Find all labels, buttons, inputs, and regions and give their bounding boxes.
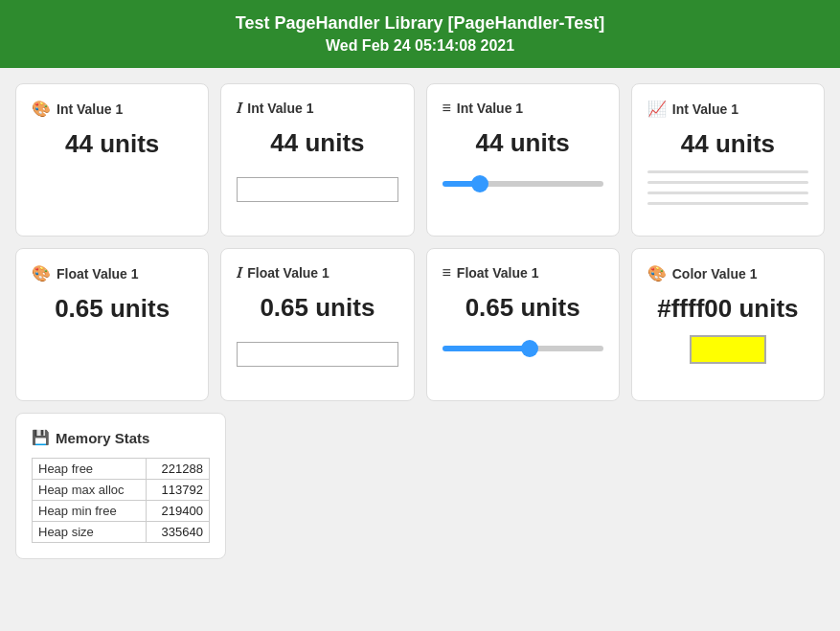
memory-title-text: Memory Stats: [56, 430, 149, 446]
card-header-1: 🎨 Int Value 1: [32, 100, 193, 118]
card-label-7: Float Value 1: [457, 265, 539, 281]
card-value-1: 44 units: [32, 129, 193, 159]
palette-icon-1: 🎨: [32, 100, 51, 118]
card-header-5: 🎨 Float Value 1: [32, 264, 193, 282]
row1-grid: 🎨 Int Value 1 44 units 𝐼 Int Value 1 44 …: [15, 83, 825, 237]
int-slider-container: [443, 169, 603, 194]
memory-label: Heap size: [33, 522, 147, 543]
chart-line-4: [647, 202, 808, 205]
memory-title: 💾 Memory Stats: [32, 429, 210, 446]
float-value-slider-card: ≡ Float Value 1 0.65 units: [426, 248, 620, 401]
int-value-input[interactable]: [237, 177, 397, 202]
header-subtitle: Wed Feb 24 05:14:08 2021: [10, 37, 830, 55]
color-swatch[interactable]: [690, 335, 766, 364]
float-value-input-card: 𝐼 Float Value 1 0.65 units: [220, 248, 414, 401]
color-value-card: 🎨 Color Value 1 #ffff00 units: [631, 248, 825, 401]
card-value-7: 0.65 units: [443, 293, 603, 323]
int-value-input-card: 𝐼 Int Value 1 44 units: [220, 83, 414, 237]
card-header-8: 🎨 Color Value 1: [647, 264, 808, 282]
card-header-6: 𝐼 Float Value 1: [237, 264, 397, 282]
card-value-8: #ffff00 units: [647, 294, 808, 324]
card-value-4: 44 units: [647, 129, 808, 159]
memory-value: 219400: [147, 501, 210, 522]
card-label-5: Float Value 1: [57, 266, 139, 282]
chart-lines: [647, 170, 808, 205]
memory-stats-card: 💾 Memory Stats Heap free221288Heap max a…: [15, 413, 226, 559]
header-title: Test PageHandler Library [PageHandler-Te…: [10, 13, 830, 34]
memory-value: 113792: [147, 480, 210, 501]
card-value-2: 44 units: [237, 128, 397, 158]
chart-line-2: [647, 181, 808, 184]
memory-label: Heap max alloc: [33, 480, 147, 501]
float-slider-container: [443, 334, 603, 359]
memory-table-row: Heap max alloc113792: [33, 480, 210, 501]
chart-line-1: [647, 170, 808, 173]
int-value-slider[interactable]: [443, 181, 603, 187]
chart-icon-1: 📈: [647, 100, 667, 118]
card-label-2: Int Value 1: [247, 101, 313, 116]
chart-line-3: [647, 192, 808, 194]
int-value-chart-card: 📈 Int Value 1 44 units: [631, 83, 825, 237]
card-value-5: 0.65 units: [32, 294, 193, 324]
card-label-6: Float Value 1: [247, 265, 329, 281]
card-label-8: Color Value 1: [672, 266, 758, 282]
memory-label: Heap free: [33, 459, 147, 480]
float-value-input[interactable]: [237, 342, 397, 367]
card-value-6: 0.65 units: [237, 293, 397, 323]
memory-table-row: Heap size335640: [33, 522, 210, 543]
card-header-7: ≡ Float Value 1: [443, 264, 603, 282]
memory-icon: 💾: [32, 429, 50, 446]
int-value-display-card: 🎨 Int Value 1 44 units: [15, 83, 209, 237]
float-value-slider[interactable]: [443, 346, 603, 351]
card-label-3: Int Value 1: [457, 101, 523, 116]
main-content: 🎨 Int Value 1 44 units 𝐼 Int Value 1 44 …: [0, 68, 840, 575]
memory-table: Heap free221288Heap max alloc113792Heap …: [32, 458, 210, 543]
sliders-icon-1: ≡: [443, 100, 451, 117]
card-label-1: Int Value 1: [57, 101, 123, 117]
cursor-icon-1: 𝐼: [237, 100, 241, 117]
memory-label: Heap min free: [33, 501, 147, 522]
memory-table-row: Heap free221288: [33, 459, 210, 480]
header: Test PageHandler Library [PageHandler-Te…: [0, 0, 840, 68]
card-value-3: 44 units: [443, 128, 603, 158]
card-header-3: ≡ Int Value 1: [443, 100, 603, 117]
int-value-slider-card: ≡ Int Value 1 44 units: [426, 83, 620, 237]
memory-value: 221288: [147, 459, 210, 480]
palette-icon-2: 🎨: [32, 264, 51, 282]
bottom-row: 💾 Memory Stats Heap free221288Heap max a…: [15, 413, 825, 559]
card-label-4: Int Value 1: [672, 101, 738, 117]
card-header-2: 𝐼 Int Value 1: [237, 100, 397, 117]
cursor-icon-2: 𝐼: [237, 264, 241, 282]
color-palette-icon: 🎨: [647, 264, 667, 282]
memory-table-row: Heap min free219400: [33, 501, 210, 522]
row2-grid: 🎨 Float Value 1 0.65 units 𝐼 Float Value…: [15, 248, 825, 401]
card-header-4: 📈 Int Value 1: [647, 100, 808, 118]
float-value-display-card: 🎨 Float Value 1 0.65 units: [15, 248, 209, 401]
memory-value: 335640: [147, 522, 210, 543]
sliders-icon-2: ≡: [443, 264, 451, 282]
